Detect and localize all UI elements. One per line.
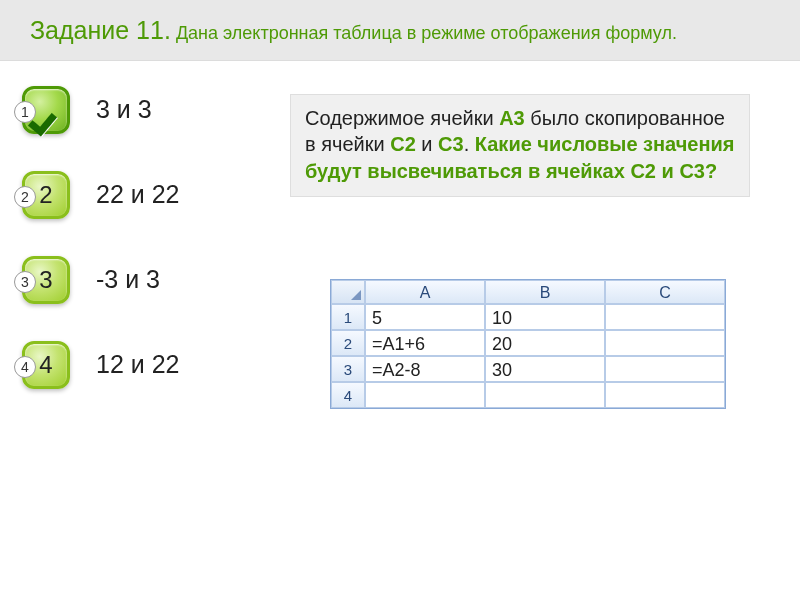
answer-badge: 4 (14, 356, 36, 378)
title: Задание 11. Дана электронная таблица в р… (30, 14, 764, 48)
row-header[interactable]: 4 (331, 382, 365, 408)
col-header[interactable]: A (365, 280, 485, 304)
answer-text: 22 и 22 (96, 180, 179, 209)
answer-badge: 2 (14, 186, 36, 208)
col-header[interactable]: B (485, 280, 605, 304)
cell[interactable] (605, 304, 725, 330)
content-area: 1 3 и 3 2 2 22 и 22 3 3 -3 и 3 4 4 12 и … (0, 61, 800, 71)
q-bold: и (656, 160, 679, 182)
table-row: 3 =A2-8 30 (331, 356, 725, 382)
cell[interactable]: 30 (485, 356, 605, 382)
answer-text: 3 и 3 (96, 95, 152, 124)
answer-text: 12 и 22 (96, 350, 179, 379)
row-header[interactable]: 1 (331, 304, 365, 330)
cell[interactable]: =A2-8 (365, 356, 485, 382)
table-row: 1 5 10 (331, 304, 725, 330)
cell[interactable]: 10 (485, 304, 605, 330)
cell[interactable]: =A1+6 (365, 330, 485, 356)
answer-button-4[interactable]: 4 4 (22, 341, 70, 389)
answer-button-label: 4 (39, 351, 52, 379)
select-all-corner[interactable] (331, 280, 365, 304)
answer-option: 2 2 22 и 22 (22, 171, 179, 219)
cell[interactable] (485, 382, 605, 408)
cell-ref: С3 (438, 133, 464, 155)
answer-badge: 3 (14, 271, 36, 293)
answer-list: 1 3 и 3 2 2 22 и 22 3 3 -3 и 3 4 4 12 и … (22, 86, 179, 426)
cell[interactable] (605, 330, 725, 356)
task-number: Задание 11. (30, 16, 171, 44)
answer-option: 1 3 и 3 (22, 86, 179, 134)
col-header[interactable]: C (605, 280, 725, 304)
cell-ref: А3 (499, 107, 525, 129)
cell[interactable]: 20 (485, 330, 605, 356)
q-text: и (416, 133, 438, 155)
slide-header: Задание 11. Дана электронная таблица в р… (0, 0, 800, 61)
question-box: Содержимое ячейки А3 было скопированное … (290, 94, 750, 197)
answer-button-3[interactable]: 3 3 (22, 256, 70, 304)
q-text: . (464, 133, 475, 155)
table-row: 4 (331, 382, 725, 408)
table-row: 2 =A1+6 20 (331, 330, 725, 356)
answer-button-label: 3 (39, 266, 52, 294)
spreadsheet: A B C 1 5 10 2 =A1+6 20 3 =A2-8 30 4 (330, 279, 726, 409)
answer-button-2[interactable]: 2 2 (22, 171, 70, 219)
title-rest: Дана электронная таблица в режиме отобра… (171, 23, 677, 43)
cell[interactable] (605, 382, 725, 408)
q-text: Содержимое ячейки (305, 107, 499, 129)
row-header[interactable]: 2 (331, 330, 365, 356)
cell[interactable] (365, 382, 485, 408)
answer-button-1[interactable]: 1 (22, 86, 70, 134)
cell-ref: С2 (390, 133, 416, 155)
answer-text: -3 и 3 (96, 265, 160, 294)
answer-badge: 1 (14, 101, 36, 123)
answer-button-label: 2 (39, 181, 52, 209)
cell-ref: С2 (630, 160, 656, 182)
cell[interactable]: 5 (365, 304, 485, 330)
header-row: A B C (331, 280, 725, 304)
row-header[interactable]: 3 (331, 356, 365, 382)
q-bold: ? (705, 160, 717, 182)
cell-ref: С3 (679, 160, 705, 182)
answer-option: 3 3 -3 и 3 (22, 256, 179, 304)
cell[interactable] (605, 356, 725, 382)
answer-option: 4 4 12 и 22 (22, 341, 179, 389)
